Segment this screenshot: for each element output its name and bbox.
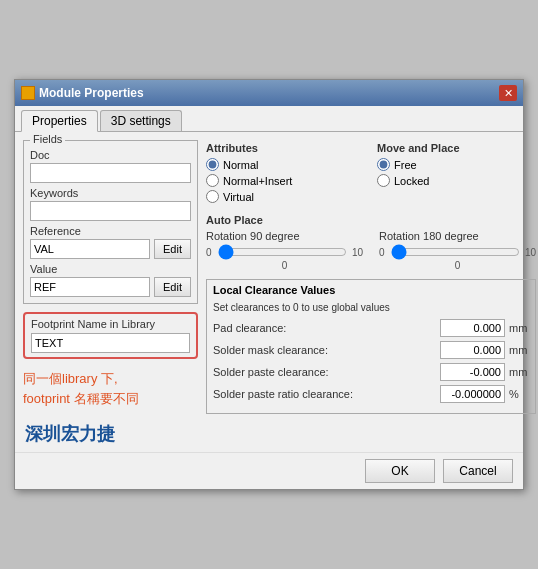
clearance-subtitle: Set clearances to 0 to use global values xyxy=(213,302,529,313)
rotation-180-item: Rotation 180 degree 0 10 0 xyxy=(379,230,536,271)
rotation-180-label: Rotation 180 degree xyxy=(379,230,536,242)
app-icon xyxy=(21,86,35,100)
title-bar: Module Properties ✕ xyxy=(15,80,523,106)
doc-input[interactable] xyxy=(30,163,191,183)
auto-place-section: Auto Place Rotation 90 degree 0 10 0 Rot… xyxy=(206,214,536,271)
auto-place-title: Auto Place xyxy=(206,214,536,226)
keywords-input[interactable] xyxy=(30,201,191,221)
title-bar-left: Module Properties xyxy=(21,86,144,100)
attr-virtual-radio[interactable] xyxy=(206,190,219,203)
left-panel: Fields Doc Keywords Reference Edit Value… xyxy=(23,140,198,414)
value-row: Edit xyxy=(30,277,191,297)
tab-3d-settings[interactable]: 3D settings xyxy=(100,110,182,131)
close-button[interactable]: ✕ xyxy=(499,85,517,101)
main-content: Fields Doc Keywords Reference Edit Value… xyxy=(15,132,523,422)
clearance-name-2: Solder paste clearance: xyxy=(213,366,436,378)
top-sections: Attributes Normal Normal+Insert Virtual xyxy=(206,140,536,206)
bottom-bar: OK Cancel xyxy=(15,452,523,489)
rotation-90-max: 10 xyxy=(349,247,363,258)
fields-group: Fields Doc Keywords Reference Edit Value… xyxy=(23,140,198,304)
value-label: Value xyxy=(30,263,191,275)
value-edit-button[interactable]: Edit xyxy=(154,277,191,297)
rotation-90-item: Rotation 90 degree 0 10 0 xyxy=(206,230,363,271)
window-title: Module Properties xyxy=(39,86,144,100)
tab-bar: Properties 3D settings xyxy=(15,106,523,132)
cancel-button[interactable]: Cancel xyxy=(443,459,513,483)
attr-normal-insert-radio[interactable] xyxy=(206,174,219,187)
reference-edit-button[interactable]: Edit xyxy=(154,239,191,259)
clearance-value-2[interactable] xyxy=(440,363,505,381)
rotation-90-min: 0 xyxy=(206,247,216,258)
clearance-row-3: Solder paste ratio clearance: % xyxy=(213,385,529,403)
clearance-unit-2: mm xyxy=(509,366,529,378)
move-place-title: Move and Place xyxy=(377,142,536,154)
clearance-name-1: Solder mask clearance: xyxy=(213,344,436,356)
move-free-label: Free xyxy=(394,159,417,171)
annotation-text: 同一個library 下, footprint 名稱要不同 xyxy=(23,369,198,408)
doc-label: Doc xyxy=(30,149,191,161)
rotation-90-value: 0 xyxy=(206,260,363,271)
clearance-unit-3: % xyxy=(509,388,529,400)
rotation-90-label: Rotation 90 degree xyxy=(206,230,363,242)
rotation-90-slider[interactable] xyxy=(218,244,347,260)
clearance-row-0: Pad clearance: mm xyxy=(213,319,529,337)
attr-normal-insert-label: Normal+Insert xyxy=(223,175,292,187)
footprint-box: Footprint Name in Library xyxy=(23,312,198,359)
attr-normal-label: Normal xyxy=(223,159,258,171)
reference-input[interactable] xyxy=(30,239,150,259)
rotation-180-slider-row: 0 10 xyxy=(379,244,536,260)
attr-normal-insert-item: Normal+Insert xyxy=(206,174,365,187)
clearance-row-2: Solder paste clearance: mm xyxy=(213,363,529,381)
fields-group-label: Fields xyxy=(30,133,65,145)
value-input[interactable] xyxy=(30,277,150,297)
rotation-180-slider[interactable] xyxy=(391,244,520,260)
annotation-line1: 同一個library 下, xyxy=(23,369,198,389)
clearance-value-1[interactable] xyxy=(440,341,505,359)
rotation-180-value: 0 xyxy=(379,260,536,271)
brand-text: 深圳宏力捷 xyxy=(15,422,523,452)
attr-virtual-item: Virtual xyxy=(206,190,365,203)
clearance-title: Local Clearance Values xyxy=(213,284,529,296)
rotation-row: Rotation 90 degree 0 10 0 Rotation 180 d… xyxy=(206,230,536,271)
attr-virtual-label: Virtual xyxy=(223,191,254,203)
move-free-item: Free xyxy=(377,158,536,171)
clearance-value-0[interactable] xyxy=(440,319,505,337)
move-locked-item: Locked xyxy=(377,174,536,187)
attributes-section: Attributes Normal Normal+Insert Virtual xyxy=(206,140,365,206)
attr-normal-radio[interactable] xyxy=(206,158,219,171)
rotation-180-max: 10 xyxy=(522,247,536,258)
move-place-section: Move and Place Free Locked xyxy=(377,140,536,206)
clearance-name-3: Solder paste ratio clearance: xyxy=(213,388,436,400)
annotation-line2: footprint 名稱要不同 xyxy=(23,389,198,409)
move-locked-label: Locked xyxy=(394,175,429,187)
tab-properties[interactable]: Properties xyxy=(21,110,98,132)
clearance-row-1: Solder mask clearance: mm xyxy=(213,341,529,359)
attr-normal-item: Normal xyxy=(206,158,365,171)
clearance-name-0: Pad clearance: xyxy=(213,322,436,334)
clearance-section: Local Clearance Values Set clearances to… xyxy=(206,279,536,414)
right-panel: Attributes Normal Normal+Insert Virtual xyxy=(206,140,536,414)
ok-button[interactable]: OK xyxy=(365,459,435,483)
clearance-unit-1: mm xyxy=(509,344,529,356)
clearance-unit-0: mm xyxy=(509,322,529,334)
footprint-input[interactable] xyxy=(31,333,190,353)
attributes-title: Attributes xyxy=(206,142,365,154)
reference-label: Reference xyxy=(30,225,191,237)
keywords-label: Keywords xyxy=(30,187,191,199)
module-properties-window: Module Properties ✕ Properties 3D settin… xyxy=(14,79,524,490)
rotation-90-slider-row: 0 10 xyxy=(206,244,363,260)
clearance-value-3[interactable] xyxy=(440,385,505,403)
move-locked-radio[interactable] xyxy=(377,174,390,187)
reference-row: Edit xyxy=(30,239,191,259)
rotation-180-min: 0 xyxy=(379,247,389,258)
move-free-radio[interactable] xyxy=(377,158,390,171)
footprint-label: Footprint Name in Library xyxy=(31,318,190,330)
